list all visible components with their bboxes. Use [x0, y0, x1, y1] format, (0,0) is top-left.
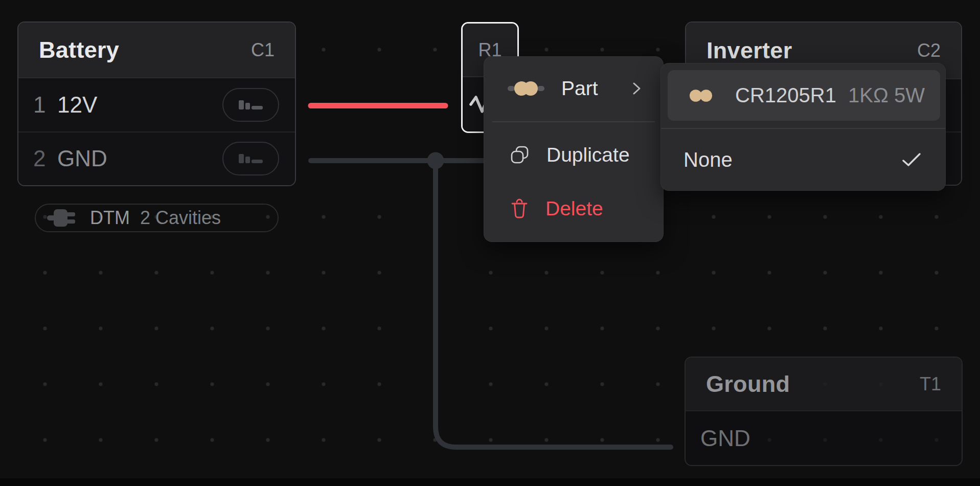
- pin-name: GND: [700, 426, 946, 451]
- delete-label: Delete: [545, 197, 603, 220]
- resistor-part-icon: [690, 89, 712, 103]
- inverter-designator: C2: [917, 40, 941, 61]
- pin-number: 2: [33, 146, 57, 171]
- submenu-option-part[interactable]: CR1205R1 1KΩ 5W: [668, 70, 940, 121]
- trash-icon: [510, 198, 529, 219]
- schematic-canvas[interactable]: Battery C1 1 12V 2 GND: [0, 0, 980, 486]
- battery-designator: C1: [251, 39, 275, 61]
- inverter-title: Inverter: [706, 37, 792, 64]
- checkmark-icon: [900, 151, 923, 168]
- terminal-pill-button[interactable]: [222, 88, 279, 122]
- terminal-pill-button[interactable]: [222, 142, 279, 175]
- battery-pin-row-gnd[interactable]: 2 GND: [18, 132, 295, 186]
- connector-badge[interactable]: DTM 2 Cavities: [35, 204, 279, 232]
- context-menu: Part Duplicate Delete: [484, 56, 664, 242]
- canvas-bottom-edge: [0, 478, 980, 486]
- context-menu-item-delete[interactable]: Delete: [484, 182, 663, 235]
- part-number: CR1205R1: [735, 84, 836, 106]
- part-submenu: CR1205R1 1KΩ 5W None: [660, 63, 946, 191]
- part-label: Part: [561, 77, 598, 100]
- terminal-icon: [238, 100, 264, 110]
- ground-card-header: Ground T1: [686, 358, 962, 411]
- connector-series: DTM: [90, 207, 130, 228]
- menu-divider: [492, 121, 655, 122]
- pin-name: GND: [57, 146, 222, 171]
- ground-designator: T1: [920, 373, 941, 395]
- ground-component-card[interactable]: Ground T1 GND: [685, 357, 963, 466]
- connector-cavities: 2 Cavities: [140, 207, 221, 228]
- connector-plug-icon: [47, 207, 80, 229]
- battery-card-header: Battery C1: [18, 23, 295, 78]
- duplicate-icon: [510, 145, 530, 165]
- battery-title: Battery: [39, 37, 119, 63]
- part-option-label: CR1205R1 1KΩ 5W: [735, 84, 925, 107]
- pin-number: 1: [33, 92, 57, 118]
- context-menu-item-part[interactable]: Part: [484, 63, 663, 114]
- terminal-icon: [238, 153, 264, 164]
- submenu-option-none[interactable]: None: [661, 129, 945, 190]
- chevron-right-icon: [631, 80, 643, 97]
- context-menu-item-duplicate[interactable]: Duplicate: [484, 128, 663, 182]
- duplicate-label: Duplicate: [546, 144, 630, 166]
- ground-pin-row-gnd[interactable]: GND: [686, 411, 962, 465]
- battery-component-card[interactable]: Battery C1 1 12V 2 GND: [17, 21, 296, 186]
- connector-badge-label: DTM 2 Cavities: [90, 207, 221, 229]
- battery-pin-row-12v[interactable]: 1 12V: [18, 78, 295, 132]
- part-specs: 1KΩ 5W: [848, 84, 925, 106]
- ground-title: Ground: [706, 371, 790, 397]
- wire-junction-dot[interactable]: [427, 152, 444, 169]
- pin-name: 12V: [57, 92, 222, 118]
- resistor-part-icon: [508, 80, 544, 97]
- none-label: None: [683, 148, 733, 171]
